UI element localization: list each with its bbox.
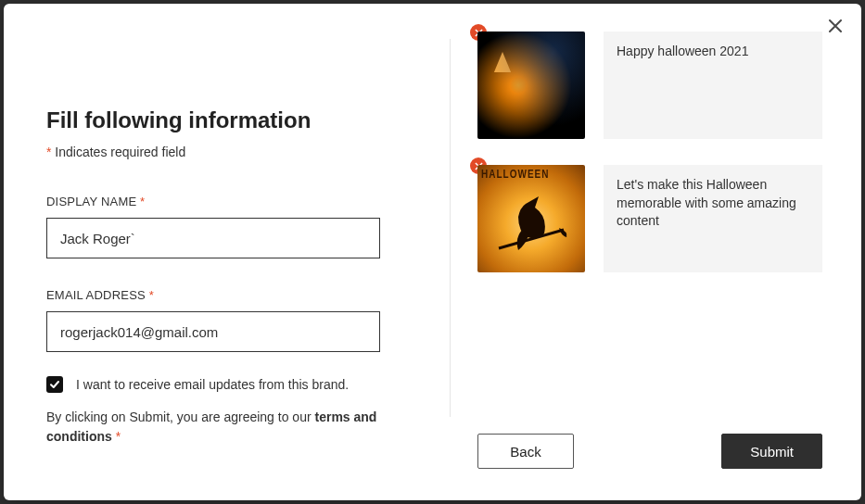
submit-button[interactable]: Submit (721, 434, 822, 469)
button-row: Back Submit (477, 434, 822, 469)
post-row: Happy halloween 2021 (477, 32, 822, 139)
form-heading: Fill following information (46, 107, 406, 133)
terms-line: By clicking on Submit, you are agreeing … (46, 408, 399, 447)
post-image: HALLOWEEN (477, 165, 585, 272)
post-caption-input[interactable]: Happy halloween 2021 (604, 32, 822, 139)
witch-icon (494, 193, 568, 267)
email-input[interactable] (46, 311, 380, 352)
subscribe-row: I want to receive email updates from thi… (46, 376, 406, 393)
required-star-icon: * (140, 195, 145, 208)
post-image (477, 32, 585, 139)
required-hint-text: Indicates required field (51, 145, 185, 159)
checkmark-icon (49, 379, 60, 390)
post-thumbnail: HALLOWEEN (477, 165, 585, 272)
modal: Fill following information * Indicates r… (4, 4, 861, 500)
subscribe-label: I want to receive email updates from thi… (76, 377, 349, 392)
required-hint: * Indicates required field (46, 145, 406, 159)
display-name-input[interactable] (46, 218, 380, 258)
display-name-label: DISPLAY NAME * (46, 195, 406, 208)
post-caption-input[interactable]: Let's make this Halloween memorable with… (604, 165, 822, 272)
subscribe-checkbox[interactable] (46, 376, 63, 393)
required-star-icon: * (116, 429, 121, 444)
modal-overlay: Fill following information * Indicates r… (0, 0, 865, 504)
email-label: EMAIL ADDRESS * (46, 288, 406, 302)
back-button[interactable]: Back (477, 434, 574, 469)
form-pane: Fill following information * Indicates r… (4, 4, 449, 500)
required-star-icon: * (149, 288, 154, 302)
post-row: HALLOWEEN Let's make this Halloween memo… (477, 165, 822, 272)
post-thumbnail (477, 32, 585, 139)
posts-pane: Happy halloween 2021 HALLOWEEN (449, 4, 861, 500)
